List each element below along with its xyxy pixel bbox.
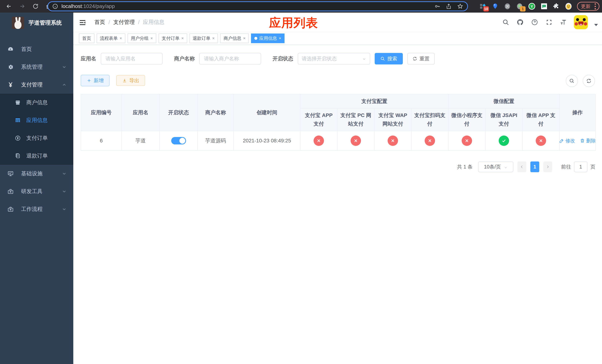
fullscreen-icon[interactable] — [545, 18, 553, 26]
browser-menu-kebab-icon[interactable] — [593, 3, 597, 10]
profile-smiley-avatar[interactable] — [565, 3, 572, 10]
sidebar-item-app-info[interactable]: 应用信息 — [0, 111, 73, 129]
extensions-puzzle-icon[interactable] — [553, 3, 560, 10]
yen-icon — [7, 82, 14, 88]
extension-profile-icon[interactable]: 1 — [516, 3, 523, 10]
merchant-name-label: 商户名称 — [174, 55, 195, 62]
chevron-down-icon — [504, 165, 508, 169]
user-avatar[interactable] — [574, 15, 588, 29]
extension-chat-icon[interactable] — [540, 3, 548, 10]
close-icon[interactable]: × — [243, 36, 246, 41]
prev-page-button[interactable] — [517, 161, 526, 172]
tag-home[interactable]: 首页 — [79, 33, 94, 43]
tag-refund-orders[interactable]: 退款订单× — [189, 33, 218, 43]
sidebar-item-payment[interactable]: 支付管理 — [0, 76, 73, 94]
wx-jsapi-status-icon — [499, 136, 509, 146]
svg-text:⌘: ⌘ — [505, 4, 509, 9]
user-menu-caret-icon[interactable] — [594, 24, 598, 26]
browser-reload-icon[interactable] — [32, 2, 40, 10]
tag-pay-orders[interactable]: 支付订单× — [159, 33, 187, 43]
close-icon[interactable]: × — [279, 36, 281, 41]
col-alipay-app: 支付宝 APP 支付 — [300, 108, 337, 131]
search-icon[interactable] — [502, 18, 510, 26]
status-select[interactable]: 请选择开启状态 — [298, 53, 370, 64]
tag-merchant-info[interactable]: 商户信息× — [220, 33, 249, 43]
sidebar-item-system[interactable]: 系统管理 — [0, 58, 73, 76]
close-icon[interactable]: × — [212, 36, 215, 41]
col-enabled: 开启状态 — [160, 94, 197, 131]
goto-suffix: 页 — [590, 163, 595, 170]
status-label: 开启状态 — [272, 55, 293, 62]
sidebar-item-workflow[interactable]: 工作流程 — [0, 200, 73, 218]
tag-process-form[interactable]: 流程表单× — [97, 33, 125, 43]
font-size-icon[interactable] — [559, 18, 568, 26]
browser-update-button[interactable]: 更新 — [577, 2, 599, 11]
cell-merchant: 芋道源码 — [197, 131, 234, 150]
col-wx-jsapi: 微信 JSAPI 支付 — [485, 108, 522, 131]
sidebar-item-dev-tools[interactable]: 研发工具 — [0, 182, 73, 200]
extension-diamond-icon[interactable]: 10 — [479, 3, 487, 10]
close-icon[interactable]: × — [119, 36, 122, 41]
help-icon[interactable] — [531, 18, 539, 26]
app-table: 应用编号 应用名 开启状态 商户名称 创建时间 支付宝配置 微信配置 操作 支付… — [81, 94, 596, 151]
add-button[interactable]: 新增 — [81, 75, 110, 86]
sidebar-collapse-icon[interactable] — [79, 19, 86, 26]
close-icon[interactable]: × — [150, 36, 153, 41]
close-icon[interactable]: × — [182, 36, 184, 41]
address-bar[interactable]: localhost:1024/pay/app — [47, 1, 468, 11]
reset-button[interactable]: 重置 — [407, 53, 435, 64]
payment-submenu: 商户信息 应用信息 支付订单 退款订单 — [0, 94, 73, 165]
tag-user-group[interactable]: 用户分组× — [128, 33, 156, 43]
export-button[interactable]: 导出 — [116, 75, 145, 86]
toggle-search-button[interactable] — [566, 75, 578, 87]
browser-back-icon[interactable] — [5, 2, 13, 10]
col-app-name: 应用名 — [122, 94, 160, 131]
next-page-button[interactable] — [543, 161, 552, 172]
extension-badge: 1 — [520, 6, 526, 11]
toolbox-icon — [7, 206, 14, 212]
group-alipay-config: 支付宝配置 — [300, 94, 448, 108]
chevron-down-icon — [62, 65, 67, 69]
app-logo[interactable]: 芋道管理系统 — [0, 13, 73, 33]
chevron-up-icon — [62, 82, 67, 87]
app-name-label: 应用名 — [81, 55, 96, 62]
breadcrumb-home[interactable]: 首页 — [94, 19, 105, 26]
search-button[interactable]: 搜索 — [375, 53, 403, 64]
github-icon[interactable] — [516, 18, 524, 26]
refresh-button[interactable] — [583, 75, 595, 87]
chevron-down-icon — [62, 171, 67, 176]
site-info-icon[interactable] — [52, 3, 59, 10]
group-wechat-config: 微信配置 — [448, 94, 559, 108]
share-icon[interactable] — [445, 3, 452, 10]
goto-page-input[interactable] — [574, 161, 587, 172]
extension-balloon-icon[interactable] — [492, 3, 499, 10]
browser-forward-icon[interactable] — [18, 2, 26, 10]
page-size-select[interactable]: 10条/页 — [478, 161, 513, 172]
bookmark-star-icon[interactable] — [456, 3, 464, 10]
svg-text:Y: Y — [531, 4, 533, 9]
app-name-input[interactable] — [101, 53, 162, 64]
password-key-icon[interactable] — [434, 3, 441, 10]
extension-y-icon[interactable]: Y — [528, 3, 536, 10]
table-toolbar: 新增 导出 — [81, 75, 596, 86]
dashboard-icon — [7, 46, 14, 52]
col-merchant: 商户名称 — [197, 94, 234, 131]
delete-link[interactable]: 删除 — [580, 138, 596, 144]
url-text[interactable]: localhost:1024/pay/app — [62, 3, 430, 9]
col-created: 创建时间 — [234, 94, 300, 131]
sidebar-item-infrastructure[interactable]: 基础设施 — [0, 165, 73, 182]
sidebar-item-merchant-info[interactable]: 商户信息 — [0, 94, 73, 111]
alipay-app-status-icon — [314, 136, 324, 146]
sidebar-item-home[interactable]: 首页 — [0, 40, 73, 58]
page-number-1[interactable]: 1 — [530, 161, 539, 172]
enabled-toggle[interactable] — [171, 137, 186, 144]
goto-prefix: 前往 — [561, 163, 571, 170]
tag-app-info[interactable]: 应用信息× — [251, 33, 285, 43]
sidebar-item-pay-orders[interactable]: 支付订单 — [0, 129, 73, 147]
merchant-name-input[interactable] — [199, 53, 261, 64]
chevron-down-icon — [62, 189, 67, 194]
sidebar-item-refund-orders[interactable]: 退款订单 — [0, 147, 73, 165]
edit-link[interactable]: 修改 — [559, 138, 575, 144]
breadcrumb-section[interactable]: 支付管理 — [113, 19, 135, 26]
extension-command-icon[interactable]: ⌘ — [504, 3, 511, 10]
